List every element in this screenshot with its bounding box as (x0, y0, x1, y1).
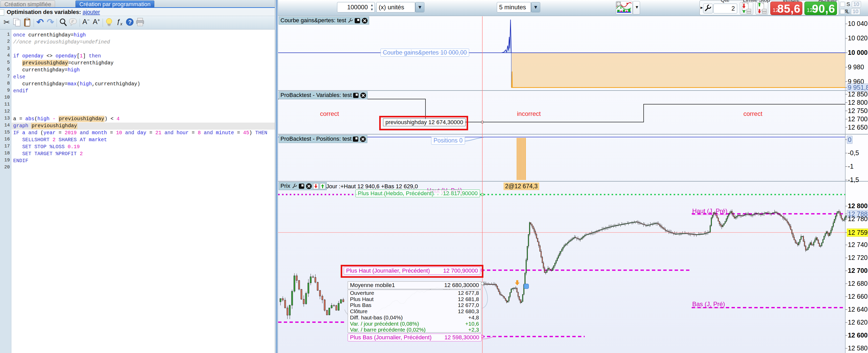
tooltip-row: Diff. haut-bas (0,04%)+4,8 (350, 315, 479, 321)
haut-j-pre-label[interactable]: Haut (J, Pré) (692, 207, 727, 215)
open-position-label[interactable]: 2@12 674,3 (503, 183, 539, 190)
close-icon[interactable] (360, 92, 366, 100)
window-icon[interactable] (352, 136, 359, 144)
window-icon[interactable] (353, 92, 359, 100)
red-annotation-rect-price[interactable] (341, 265, 484, 278)
short-entry-marker (515, 280, 520, 286)
axis-label: 9 980 (848, 63, 864, 71)
panel-header-positions[interactable]: ProBacktest - Positions: test (279, 135, 367, 143)
tooltip-row: Plus Bas12 677,0 (350, 302, 479, 308)
axis-label: 12 800 (848, 202, 867, 210)
tooltip-row: Ouverture12 677,8 (350, 290, 479, 296)
axis-label: 12 720 (848, 254, 867, 261)
axis-label: 12 759,2 (847, 229, 868, 237)
axis-label: 12 660 (848, 293, 867, 300)
ohlc-tooltip: Ouverture12 677,8Plus Haut12 681,8Plus B… (348, 290, 481, 332)
axis-label: 10 040 (848, 20, 867, 27)
axis-label: 12 580 (848, 345, 867, 352)
close-icon[interactable] (306, 183, 312, 191)
axis-label: 12 740 (848, 241, 867, 248)
annotation-incorrect: incorrect (517, 110, 541, 117)
axis-label: 0 (847, 136, 852, 144)
wrench-icon[interactable] (347, 18, 353, 26)
axis-label: 12 620 (848, 319, 867, 326)
panel-header-price[interactable]: Prix (279, 182, 327, 190)
window-icon[interactable] (354, 18, 361, 26)
equity-curve-label[interactable]: Courbe gains&pertes 10 000,00 (380, 49, 469, 57)
annotation-correct-right: correct (743, 110, 762, 117)
axis-label: 12 850 (848, 90, 867, 98)
axis-label: 12 700 (848, 115, 867, 123)
axis-label: -1,5 (848, 176, 859, 184)
axis-label: 12 650 (848, 124, 867, 131)
red-annotation-rect-variables[interactable] (379, 116, 468, 130)
arrow-down-doc-icon[interactable] (313, 183, 319, 191)
prorealtime-window: Création simplifiée Création par program… (0, 0, 868, 353)
axis-label: 12 750 (848, 107, 867, 115)
moving-average-tooltip: Moyenne mobile112 680,30000 (348, 282, 481, 289)
axis-label: 12 700 (848, 267, 867, 274)
arrow-up-doc-icon[interactable] (320, 183, 326, 191)
close-icon[interactable] (362, 18, 368, 26)
bas-j-pre-label[interactable]: Bas (J, Pré) (692, 300, 725, 308)
axis-label: 10 000 (848, 49, 867, 56)
daily-low-prev-label[interactable]: Plus Bas (Journalier, Précédent)12 598,3… (348, 333, 482, 341)
tooltip-row: Plus Haut12 681,8 (350, 296, 479, 302)
panel-header-variables[interactable]: ProBacktest - Variables: test (279, 91, 368, 99)
tooltip-row: Var. / jour précédent (0,08%)+10,6 (350, 321, 479, 327)
tooltip-row: Clôture12 680,3 (350, 308, 479, 315)
annotation-correct-left: correct (320, 110, 339, 117)
tooltip-row: Var. / barre précédente (0,02%)+2,3 (350, 327, 479, 333)
panel-header-gains[interactable]: Courbe gains&pertes: test (279, 17, 369, 25)
close-icon[interactable] (360, 136, 366, 144)
day-high-low-info: Jour :+Haut 12 940,6 +Bas 12 629,0 (326, 183, 418, 190)
positions-label[interactable]: Positions 0 (431, 137, 465, 145)
axis-label: 12 680 (848, 280, 867, 287)
exit-marker (524, 284, 529, 289)
axis-label: 12 780 (848, 215, 867, 223)
window-icon[interactable] (299, 183, 305, 191)
axis-label: 12 640 (848, 306, 867, 313)
wrench-icon[interactable] (291, 183, 298, 191)
axis-label: -0,5 (848, 149, 859, 157)
axis-label: 12 600 (848, 331, 867, 339)
axis-label: 12 800 (848, 99, 867, 106)
axis-label: -1 (848, 163, 854, 170)
weekly-high-label[interactable]: Plus Haut (Hebdo, Précédent)12 817,90000 (355, 189, 480, 197)
axis-label: 10 020 (848, 34, 867, 42)
